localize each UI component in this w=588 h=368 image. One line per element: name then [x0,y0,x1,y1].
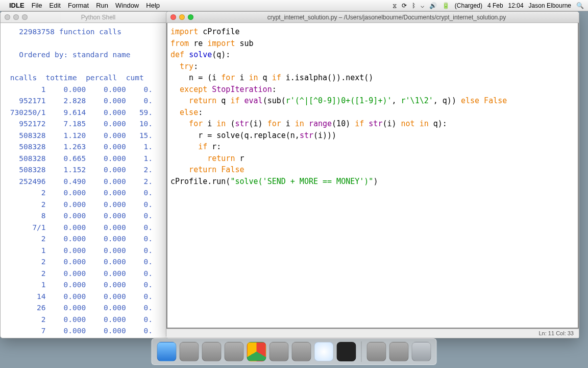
volume-icon[interactable]: 🔊 [429,2,437,9]
editor-window[interactable]: crypt_internet_solution.py – /Users/jaso… [166,11,579,338]
dock-app-grey[interactable] [292,342,311,361]
dock-app-trash[interactable] [412,342,431,361]
bluetooth-icon[interactable]: ⧖ [393,2,397,9]
spotlight-icon[interactable]: 🔍 [576,2,584,9]
wifi-icon[interactable]: ⌵ [421,2,424,9]
dock-app-term[interactable] [337,342,356,361]
dock-app-grey[interactable] [270,342,289,361]
shell-titlebar[interactable]: Python Shell [1,12,168,23]
app-name[interactable]: IDLE [9,2,24,9]
dock-app-chrome[interactable] [247,342,266,361]
status-area: ⧖ ⟳ ᛒ ⌵ 🔊 🔋 (Charged) 4 Feb 12:04 Jason … [393,2,584,9]
menu-file[interactable]: File [32,2,42,9]
editor-statusbar: Ln: 11 Col: 33 [166,329,579,338]
dock-app-grey[interactable] [202,342,222,361]
dock-app-finder[interactable] [157,342,177,361]
shell-window[interactable]: Python Shell 22983758 function calls Ord… [0,11,168,338]
zoom-icon[interactable] [22,14,28,20]
code-editor[interactable]: import cProfilefrom re import subdef sol… [166,23,579,329]
menu-format[interactable]: Format [68,2,89,9]
minimize-icon[interactable] [13,14,19,20]
shell-title: Python Shell [33,14,164,21]
editor-titlebar[interactable]: crypt_internet_solution.py – /Users/jaso… [166,12,579,23]
menubar: IDLE File Edit Format Run Window Help ⧖ … [0,0,588,11]
editor-title: crypt_internet_solution.py – /Users/jaso… [199,14,575,21]
date-text[interactable]: 4 Feb [487,2,503,9]
minimize-icon[interactable] [179,14,185,20]
menu-help[interactable]: Help [146,2,160,9]
close-icon[interactable] [5,14,10,20]
dock-app-grey[interactable] [180,342,199,361]
menu-run[interactable]: Run [96,2,108,9]
dock-app-grey[interactable] [389,342,409,361]
shell-output[interactable]: 22983758 function calls Ordered by: stan… [1,23,168,338]
menu-window[interactable]: Window [115,2,139,9]
time-text[interactable]: 12:04 [508,2,524,9]
dock-app-safari[interactable] [314,342,334,361]
close-icon[interactable] [170,14,176,20]
dock-app-grey[interactable] [367,342,386,361]
menu-edit[interactable]: Edit [50,2,61,9]
user-name[interactable]: Jason Elbourne [529,2,571,9]
sync-icon[interactable]: ⟳ [402,2,407,9]
battery-icon[interactable]: 🔋 [442,2,450,9]
dock-app-grey[interactable] [225,342,244,361]
zoom-icon[interactable] [188,14,193,20]
dock[interactable] [152,338,437,365]
bt-icon[interactable]: ᛒ [412,2,415,9]
battery-text: (Charged) [455,2,482,9]
